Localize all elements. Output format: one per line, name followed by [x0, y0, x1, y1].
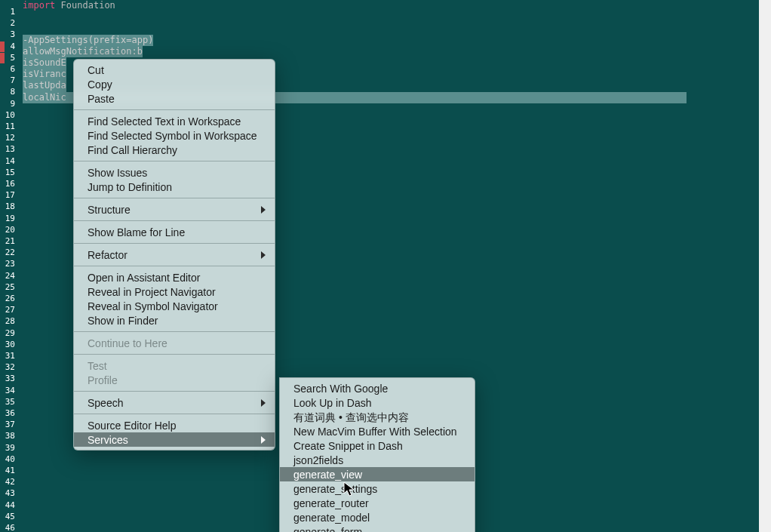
chevron-right-icon — [261, 436, 266, 444]
menu-find-call-hierarchy[interactable]: Find Call Hierarchy — [74, 143, 275, 157]
line-number[interactable]: 6 — [3, 63, 18, 75]
breakpoint-marker[interactable] — [0, 42, 5, 52]
line-number[interactable]: 33 — [3, 373, 18, 384]
menu-youdao-dict[interactable]: 有道词典 • 查询选中内容 — [280, 410, 475, 424]
menu-refactor[interactable]: Refactor — [74, 248, 275, 262]
line-number[interactable]: 18 — [3, 201, 18, 212]
line-number[interactable]: 43 — [3, 487, 18, 499]
line-number[interactable]: 31 — [3, 350, 18, 361]
identifier-foundation: Foundation — [55, 0, 115, 11]
menu-speech[interactable]: Speech — [74, 395, 275, 410]
menu-profile: Profile — [74, 373, 275, 387]
menu-find-selected-text[interactable]: Find Selected Text in Workspace — [74, 114, 275, 128]
services-submenu[interactable]: Search With Google Look Up in Dash 有道词典 … — [279, 377, 475, 532]
line-number[interactable]: 46 — [3, 522, 18, 532]
menu-structure-label: Structure — [88, 204, 131, 216]
line-number[interactable]: 12 — [3, 132, 18, 143]
menu-find-selected-symbol[interactable]: Find Selected Symbol in Workspace — [74, 128, 275, 143]
line-number[interactable]: 1 — [3, 6, 18, 17]
line-number[interactable]: 8 — [3, 86, 18, 97]
menu-reveal-project[interactable]: Reveal in Project Navigator — [74, 284, 275, 299]
line-number[interactable]: 22 — [3, 247, 18, 258]
line-number[interactable]: 7 — [3, 75, 18, 86]
line-number-gutter: 1234567891011121314151617181920212223242… — [0, 0, 21, 528]
menu-show-issues[interactable]: Show Issues — [74, 165, 275, 180]
line-number[interactable]: 24 — [3, 270, 18, 281]
line-number[interactable]: 13 — [3, 143, 18, 155]
line-number[interactable]: 39 — [3, 442, 18, 454]
menu-separator — [74, 266, 275, 266]
menu-jump-to-definition[interactable]: Jump to Definition — [74, 180, 275, 194]
line-number[interactable]: 15 — [3, 167, 18, 178]
chevron-right-icon — [261, 251, 266, 259]
menu-separator — [74, 220, 275, 221]
line-number[interactable]: 23 — [3, 258, 18, 269]
chevron-right-icon — [261, 206, 266, 214]
menu-generate-view[interactable]: generate_view — [280, 467, 475, 481]
line-number[interactable]: 20 — [3, 224, 18, 235]
line-number[interactable]: 17 — [3, 189, 18, 201]
line-number[interactable]: 16 — [3, 178, 18, 189]
line-number[interactable]: 9 — [3, 98, 18, 109]
menu-separator — [74, 354, 275, 355]
line-number[interactable]: 27 — [3, 304, 18, 315]
line-number[interactable]: 29 — [3, 328, 18, 339]
line-number[interactable]: 21 — [3, 235, 18, 247]
menu-macvim-buffer[interactable]: New MacVim Buffer With Selection — [280, 424, 475, 438]
line-number[interactable]: 10 — [3, 109, 18, 121]
menu-open-assistant[interactable]: Open in Assistant Editor — [74, 270, 275, 284]
line-number[interactable]: 45 — [3, 511, 18, 522]
line-number[interactable]: 19 — [3, 213, 18, 224]
line-number[interactable]: 30 — [3, 339, 18, 350]
menu-separator — [74, 243, 275, 244]
menu-copy[interactable]: Copy — [74, 77, 275, 91]
menu-separator — [74, 198, 275, 198]
menu-search-google[interactable]: Search With Google — [280, 381, 475, 395]
menu-json2fields[interactable]: json2fields — [280, 453, 475, 467]
menu-generate-router[interactable]: generate_router — [280, 496, 475, 510]
line-number[interactable]: 34 — [3, 385, 18, 396]
menu-separator — [74, 331, 275, 332]
menu-separator — [74, 109, 275, 110]
menu-test: Test — [74, 358, 275, 373]
context-menu[interactable]: Cut Copy Paste Find Selected Text in Wor… — [73, 59, 275, 451]
line-number[interactable]: 38 — [3, 430, 18, 441]
line-number[interactable]: 2 — [3, 17, 18, 29]
menu-separator — [74, 414, 275, 414]
line-number[interactable]: 36 — [3, 407, 18, 419]
breakpoint-marker[interactable] — [0, 53, 5, 63]
line-number[interactable]: 42 — [3, 476, 18, 487]
line-number[interactable]: 4 — [3, 41, 18, 52]
menu-generate-model[interactable]: generate_model — [280, 510, 475, 524]
line-number[interactable]: 28 — [3, 315, 18, 327]
line-number[interactable]: 3 — [3, 29, 18, 40]
line-number[interactable]: 44 — [3, 500, 18, 511]
menu-show-in-finder[interactable]: Show in Finder — [74, 313, 275, 328]
keyword-import: import — [23, 0, 55, 11]
line-number[interactable]: 37 — [3, 419, 18, 430]
line-number[interactable]: 26 — [3, 293, 18, 304]
line-number[interactable]: 5 — [3, 52, 18, 63]
line-number[interactable]: 41 — [3, 465, 18, 476]
menu-show-blame[interactable]: Show Blame for Line — [74, 225, 275, 239]
code-line-3 — [23, 23, 771, 34]
menu-reveal-symbol[interactable]: Reveal in Symbol Navigator — [74, 299, 275, 313]
menu-generate-settings[interactable]: generate_settings — [280, 481, 475, 496]
menu-cut[interactable]: Cut — [74, 63, 275, 77]
line-number[interactable]: 11 — [3, 121, 18, 132]
menu-separator — [74, 161, 275, 161]
line-number[interactable]: 25 — [3, 281, 18, 293]
menu-structure[interactable]: Structure — [74, 202, 275, 217]
line-number[interactable]: 14 — [3, 155, 18, 167]
menu-source-editor-help[interactable]: Source Editor Help — [74, 418, 275, 432]
code-line-5: allowMsgNotification:b — [23, 46, 771, 57]
menu-paste[interactable]: Paste — [74, 91, 275, 106]
menu-lookup-dash[interactable]: Look Up in Dash — [280, 395, 475, 410]
line-number[interactable]: 35 — [3, 396, 18, 407]
menu-generate-form[interactable]: generate_form — [280, 524, 475, 532]
menu-create-snippet-dash[interactable]: Create Snippet in Dash — [280, 438, 475, 453]
line-number[interactable]: 32 — [3, 361, 18, 373]
line-number[interactable]: 40 — [3, 454, 18, 465]
menu-services[interactable]: Services — [74, 432, 275, 447]
code-line-4: -AppSettings(prefix=app) — [23, 35, 771, 46]
